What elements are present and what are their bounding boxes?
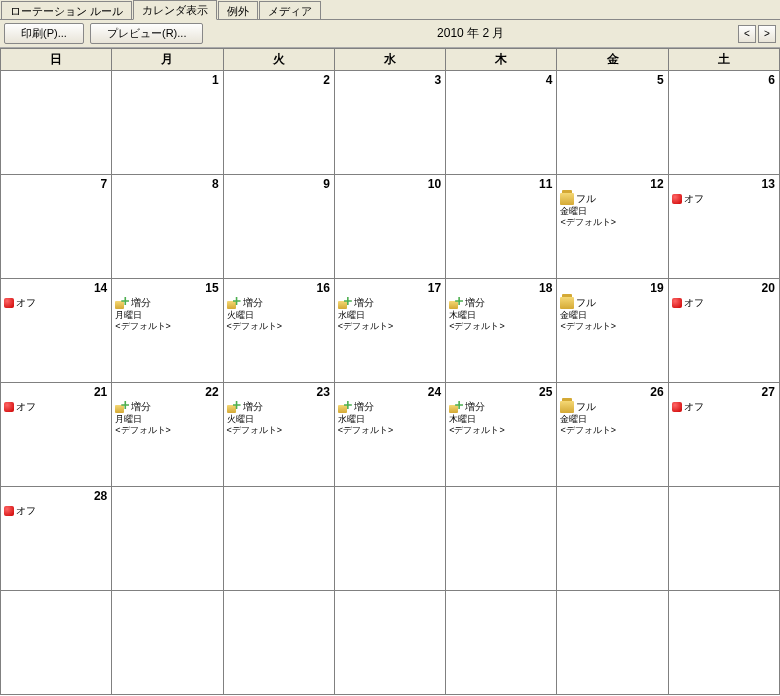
calendar-cell[interactable] — [112, 487, 223, 591]
calendar-event[interactable]: オフ — [672, 401, 776, 414]
calendar-cell[interactable]: 1 — [112, 71, 223, 175]
calendar-event[interactable]: 増分火曜日<デフォルト> — [227, 297, 331, 332]
weekday-header: 日 月 火 水 木 金 土 — [0, 48, 780, 70]
calendar-cell[interactable]: 10 — [335, 175, 446, 279]
calendar-cell[interactable]: 15増分月曜日<デフォルト> — [112, 279, 223, 383]
calendar-cell[interactable]: 8 — [112, 175, 223, 279]
day-number: 11 — [539, 177, 552, 191]
calendar-cell[interactable]: 28オフ — [1, 487, 112, 591]
event-default: <デフォルト> — [115, 425, 219, 436]
calendar-cell[interactable]: 5 — [557, 71, 668, 175]
full-backup-icon — [560, 297, 574, 309]
tab-exception[interactable]: 例外 — [218, 1, 258, 19]
calendar-event[interactable]: オフ — [672, 297, 776, 310]
event-label: オフ — [684, 193, 704, 205]
calendar-event[interactable]: 増分月曜日<デフォルト> — [115, 401, 219, 436]
calendar-cell[interactable]: 19フル金曜日<デフォルト> — [557, 279, 668, 383]
incremental-backup-icon — [115, 401, 129, 413]
day-number: 28 — [94, 489, 107, 503]
calendar-cell[interactable] — [669, 487, 780, 591]
nav-buttons: < > — [738, 25, 776, 43]
calendar-cell[interactable]: 6 — [669, 71, 780, 175]
event-weekday: 水曜日 — [338, 414, 442, 425]
calendar-cell[interactable] — [557, 591, 668, 695]
calendar-cell[interactable] — [335, 591, 446, 695]
calendar-cell[interactable] — [224, 487, 335, 591]
preview-button[interactable]: プレビュー(R)... — [90, 23, 203, 44]
incremental-backup-icon — [115, 297, 129, 309]
calendar-event[interactable]: オフ — [4, 401, 108, 414]
tab-rotation[interactable]: ローテーション ルール — [1, 1, 132, 19]
calendar-cell[interactable] — [335, 487, 446, 591]
day-number: 14 — [94, 281, 107, 295]
tab-bar: ローテーション ルール カレンダ表示 例外 メディア — [0, 0, 780, 20]
calendar-cell[interactable]: 11 — [446, 175, 557, 279]
calendar-cell[interactable]: 16増分火曜日<デフォルト> — [224, 279, 335, 383]
event-weekday: 金曜日 — [560, 310, 664, 321]
event-default: <デフォルト> — [227, 321, 331, 332]
calendar-cell[interactable]: 21オフ — [1, 383, 112, 487]
event-label: 増分 — [465, 401, 485, 413]
calendar-event[interactable]: 増分水曜日<デフォルト> — [338, 297, 442, 332]
calendar-event[interactable]: 増分火曜日<デフォルト> — [227, 401, 331, 436]
day-number: 26 — [650, 385, 663, 399]
tab-media[interactable]: メディア — [259, 1, 321, 19]
day-number: 24 — [428, 385, 441, 399]
calendar-cell[interactable]: 24増分水曜日<デフォルト> — [335, 383, 446, 487]
calendar-cell[interactable]: 7 — [1, 175, 112, 279]
calendar-cell[interactable]: 23増分火曜日<デフォルト> — [224, 383, 335, 487]
day-number: 1 — [212, 73, 219, 87]
calendar-cell[interactable]: 13オフ — [669, 175, 780, 279]
day-number: 17 — [428, 281, 441, 295]
toolbar: 印刷(P)... プレビュー(R)... 2010 年 2 月 < > — [0, 20, 780, 48]
calendar-cell[interactable]: 17増分水曜日<デフォルト> — [335, 279, 446, 383]
event-label: 増分 — [465, 297, 485, 309]
event-weekday: 金曜日 — [560, 206, 664, 217]
day-number: 21 — [94, 385, 107, 399]
calendar-cell[interactable] — [1, 591, 112, 695]
calendar-cell[interactable]: 12フル金曜日<デフォルト> — [557, 175, 668, 279]
calendar-event[interactable]: オフ — [4, 505, 108, 518]
calendar-cell[interactable]: 25増分木曜日<デフォルト> — [446, 383, 557, 487]
calendar-event[interactable]: 増分木曜日<デフォルト> — [449, 401, 553, 436]
tab-calendar[interactable]: カレンダ表示 — [133, 0, 217, 20]
print-button[interactable]: 印刷(P)... — [4, 23, 84, 44]
event-label: フル — [576, 193, 596, 205]
day-number: 6 — [768, 73, 775, 87]
event-default: <デフォルト> — [560, 321, 664, 332]
off-icon — [4, 506, 14, 516]
calendar-event[interactable]: フル金曜日<デフォルト> — [560, 297, 664, 332]
day-number: 13 — [762, 177, 775, 191]
calendar-event[interactable]: 増分月曜日<デフォルト> — [115, 297, 219, 332]
calendar-cell[interactable]: 26フル金曜日<デフォルト> — [557, 383, 668, 487]
calendar-event[interactable]: 増分木曜日<デフォルト> — [449, 297, 553, 332]
calendar-cell[interactable]: 2 — [224, 71, 335, 175]
incremental-backup-icon — [449, 297, 463, 309]
weekday-sun: 日 — [1, 49, 112, 70]
next-month-button[interactable]: > — [758, 25, 776, 43]
prev-month-button[interactable]: < — [738, 25, 756, 43]
calendar-cell[interactable]: 14オフ — [1, 279, 112, 383]
calendar-cell[interactable]: 3 — [335, 71, 446, 175]
calendar-cell[interactable] — [557, 487, 668, 591]
calendar-event[interactable]: フル金曜日<デフォルト> — [560, 401, 664, 436]
calendar-cell[interactable]: 18増分木曜日<デフォルト> — [446, 279, 557, 383]
calendar-cell[interactable]: 4 — [446, 71, 557, 175]
event-weekday: 月曜日 — [115, 414, 219, 425]
calendar-event[interactable]: 増分水曜日<デフォルト> — [338, 401, 442, 436]
calendar-cell[interactable]: 9 — [224, 175, 335, 279]
day-number: 22 — [205, 385, 218, 399]
calendar-cell[interactable]: 27オフ — [669, 383, 780, 487]
calendar-cell[interactable] — [446, 591, 557, 695]
calendar-event[interactable]: オフ — [4, 297, 108, 310]
calendar-event[interactable]: フル金曜日<デフォルト> — [560, 193, 664, 228]
calendar-cell[interactable] — [1, 71, 112, 175]
calendar-cell[interactable] — [669, 591, 780, 695]
calendar-cell[interactable]: 20オフ — [669, 279, 780, 383]
calendar-event[interactable]: オフ — [672, 193, 776, 206]
calendar-cell[interactable] — [446, 487, 557, 591]
calendar-cell[interactable] — [224, 591, 335, 695]
calendar-cell[interactable]: 22増分月曜日<デフォルト> — [112, 383, 223, 487]
event-default: <デフォルト> — [227, 425, 331, 436]
calendar-cell[interactable] — [112, 591, 223, 695]
